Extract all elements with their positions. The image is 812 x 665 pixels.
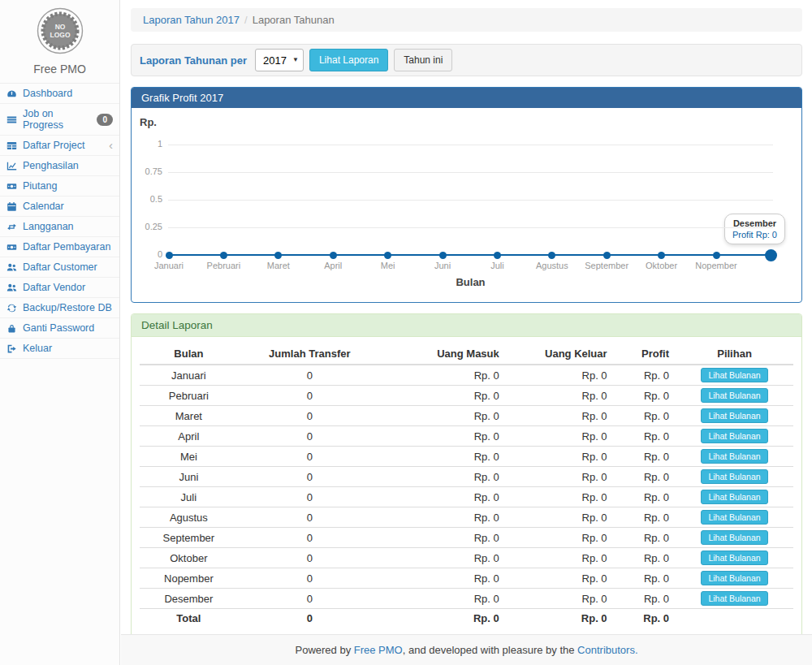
sidebar-item-label: Keluar <box>23 343 52 354</box>
tooltip-value: Profit Rp: 0 <box>732 230 777 240</box>
table-total-row: Total0Rp. 0Rp. 0Rp. 0 <box>140 609 793 628</box>
chart-x-axis-title: Bulan <box>168 276 773 288</box>
lock-icon <box>6 322 18 334</box>
cell-uang-masuk: Rp. 0 <box>382 365 506 386</box>
profit-series-line <box>169 254 771 256</box>
view-monthly-button-juli[interactable]: Lihat Bulanan <box>701 490 767 504</box>
cell-jumlah-transfer: 0 <box>238 386 382 406</box>
cell-uang-keluar: Rp. 0 <box>506 365 614 386</box>
y-axis-tick-label: 0 <box>132 249 162 259</box>
footer-link-contributors[interactable]: Contributors. <box>577 644 637 656</box>
sidebar-item-dashboard[interactable]: Dashboard <box>0 84 119 104</box>
cell-uang-keluar: Rp. 0 <box>506 507 614 528</box>
cell-jumlah-transfer: 0 <box>238 426 382 447</box>
y-axis-tick-label: 1 <box>132 139 162 149</box>
cell-jumlah-transfer: 0 <box>238 589 382 609</box>
total-cell-jumlah-transfer: 0 <box>238 609 382 628</box>
chart-gridline <box>168 227 773 228</box>
view-monthly-button-pebruari[interactable]: Lihat Bulanan <box>701 388 767 403</box>
total-cell-pilihan <box>676 609 793 628</box>
breadcrumb-separator: / <box>244 14 248 26</box>
view-monthly-button-desember[interactable]: Lihat Bulanan <box>701 591 767 606</box>
data-point-mei[interactable] <box>384 252 391 259</box>
data-point-nopember[interactable] <box>713 252 720 259</box>
sidebar-item-ganti-password[interactable]: Ganti Password <box>0 318 119 339</box>
data-point-april[interactable] <box>330 252 337 259</box>
sidebar-item-daftar-pembayaran[interactable]: Daftar Pembayaran <box>0 237 119 257</box>
view-monthly-button-september[interactable]: Lihat Bulanan <box>701 530 767 545</box>
cell-jumlah-transfer: 0 <box>238 365 382 386</box>
year-select[interactable]: 2017 <box>255 49 304 71</box>
cell-uang-masuk: Rp. 0 <box>382 467 506 487</box>
sidebar-item-label: Backup/Restore DB <box>23 302 112 313</box>
cell-profit: Rp. 0 <box>614 365 676 386</box>
data-point-juli[interactable] <box>494 252 501 259</box>
cell-uang-masuk: Rp. 0 <box>382 426 506 447</box>
logo-text-line1: NO <box>54 23 65 31</box>
y-axis-tick-label: 0.25 <box>132 222 162 231</box>
chevron-left-icon: ‹ <box>109 141 113 149</box>
view-monthly-button-agustus[interactable]: Lihat Bulanan <box>701 510 767 525</box>
sidebar-item-daftar-vendor[interactable]: Daftar Vendor <box>0 278 119 298</box>
cell-profit: Rp. 0 <box>614 386 676 406</box>
view-monthly-button-januari[interactable]: Lihat Bulanan <box>701 368 767 382</box>
data-point-juni[interactable] <box>439 252 447 259</box>
breadcrumb: Laporan Tahun 2017/Laporan Tahunan <box>131 8 802 32</box>
table-row-oktober: Oktober0Rp. 0Rp. 0Rp. 0Lihat Bulanan <box>140 548 793 568</box>
cell-jumlah-transfer: 0 <box>238 447 382 467</box>
data-point-oktober[interactable] <box>658 252 665 259</box>
data-point-januari[interactable] <box>166 252 173 259</box>
view-monthly-button-mei[interactable]: Lihat Bulanan <box>701 449 767 464</box>
sidebar-item-langganan[interactable]: Langganan <box>0 217 119 237</box>
cell-bulan: Oktober <box>140 548 238 568</box>
cell-uang-masuk: Rp. 0 <box>382 528 506 548</box>
sidebar-item-backup-restore-db[interactable]: Backup/Restore DB <box>0 298 119 318</box>
sign-out-icon <box>6 343 18 354</box>
view-monthly-button-maret[interactable]: Lihat Bulanan <box>701 408 767 423</box>
chart-gridline <box>168 172 773 173</box>
cell-uang-keluar: Rp. 0 <box>506 548 614 568</box>
view-monthly-button-nopember[interactable]: Lihat Bulanan <box>701 571 767 585</box>
sidebar-item-daftar-project[interactable]: Daftar Project‹ <box>0 136 119 156</box>
footer-link-freepmo[interactable]: Free PMO <box>354 644 403 656</box>
detail-panel-title: Detail Laporan <box>132 314 801 337</box>
breadcrumb-link[interactable]: Laporan Tahun 2017 <box>143 14 240 26</box>
cell-uang-masuk: Rp. 0 <box>382 386 506 406</box>
cell-uang-keluar: Rp. 0 <box>506 589 614 609</box>
cell-bulan: Juli <box>140 487 238 507</box>
sidebar-item-piutang[interactable]: Piutang <box>0 176 119 196</box>
chart-gridline <box>168 145 773 145</box>
logo-text-line2: LOGO <box>50 31 70 39</box>
filter-label: Laporan Tahunan per <box>140 54 247 67</box>
this-year-button[interactable]: Tahun ini <box>394 49 452 71</box>
main-content: Laporan Tahun 2017/Laporan Tahunan Lapor… <box>121 0 812 642</box>
data-point-maret[interactable] <box>274 252 282 259</box>
cell-uang-keluar: Rp. 0 <box>506 447 614 467</box>
data-point-september[interactable] <box>603 252 611 259</box>
cell-bulan: April <box>140 426 238 447</box>
view-monthly-button-oktober[interactable]: Lihat Bulanan <box>701 551 767 565</box>
y-axis-tick-label: 0.75 <box>132 166 162 176</box>
cell-jumlah-transfer: 0 <box>238 487 382 507</box>
view-report-button[interactable]: Lihat Laporan <box>309 49 388 71</box>
sidebar-item-label: Calendar <box>23 201 64 212</box>
cell-uang-masuk: Rp. 0 <box>382 447 506 467</box>
view-monthly-button-juni[interactable]: Lihat Bulanan <box>701 469 767 484</box>
sidebar-item-keluar[interactable]: Keluar <box>0 339 119 359</box>
sidebar-item-job-on-progress[interactable]: Job on Progress0 <box>0 104 119 136</box>
data-point-pebruari[interactable] <box>220 252 227 259</box>
sidebar-item-calendar[interactable]: Calendar <box>0 196 119 217</box>
breadcrumb-current: Laporan Tahunan <box>253 14 335 26</box>
cell-uang-keluar: Rp. 0 <box>506 487 614 507</box>
cell-profit: Rp. 0 <box>614 568 676 589</box>
total-cell-uang-masuk: Rp. 0 <box>382 609 506 628</box>
sidebar-item-label: Daftar Project <box>23 140 84 151</box>
detail-report-panel: Detail Laporan BulanJumlah TransferUang … <box>131 313 802 642</box>
sidebar-item-daftar-customer[interactable]: Daftar Customer <box>0 257 119 278</box>
data-point-desember[interactable] <box>765 249 777 261</box>
view-monthly-button-april[interactable]: Lihat Bulanan <box>701 429 767 443</box>
data-point-agustus[interactable] <box>548 252 555 259</box>
table-row-september: September0Rp. 0Rp. 0Rp. 0Lihat Bulanan <box>140 528 793 548</box>
sidebar-item-penghasilan[interactable]: Penghasilan <box>0 156 119 176</box>
job-count-badge: 0 <box>97 114 113 126</box>
